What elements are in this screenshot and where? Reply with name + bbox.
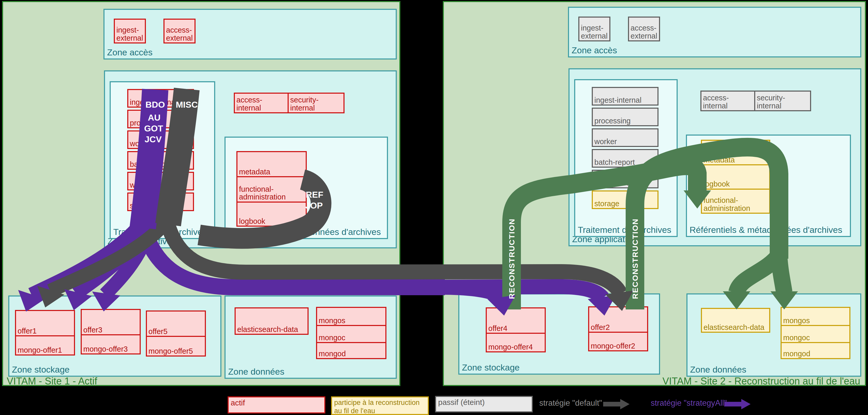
- box-label: mongos: [783, 317, 810, 324]
- box-label: access-internal: [703, 94, 753, 110]
- box-label: workspace: [594, 179, 630, 187]
- site2-offer2-stack: offer2 mongo-offer2: [588, 306, 648, 351]
- box-label: offer4: [488, 324, 507, 332]
- site1-box-security-internal: security-internal: [288, 93, 344, 113]
- box-label: mongo-offer5: [149, 347, 193, 355]
- zone-label: Zone données: [228, 366, 284, 377]
- site2-box-mongo-offer2: mongo-offer2: [589, 332, 647, 350]
- box-label: metadata: [239, 168, 270, 176]
- box-label: batch-report: [594, 158, 635, 166]
- site1-box-metadata: metadata: [238, 152, 306, 176]
- box-label: mongo-offer3: [83, 345, 128, 353]
- box-label: batch-report: [130, 160, 170, 168]
- site2-box-offer4: offer4: [487, 308, 545, 333]
- site1-mongo-stack: mongos mongoc mongod: [316, 307, 386, 359]
- site2-box-mongod: mongod: [782, 342, 849, 358]
- box-label: mongod: [783, 350, 810, 358]
- site1-box-workspace: workspace: [127, 172, 194, 190]
- strategy-default-arrow-icon: [603, 398, 630, 410]
- box-label: mongoc: [319, 334, 345, 342]
- vitam-architecture-diagram: Zone accès ingest-external access-extern…: [0, 0, 868, 415]
- box-label: workspace: [130, 181, 166, 189]
- box-label: security-internal: [290, 96, 342, 112]
- site1-referentiels-stack: metadata functional-administration logbo…: [237, 151, 307, 227]
- site2-box-storage: storage: [592, 190, 658, 209]
- box-label: ingest-internal: [130, 98, 177, 106]
- site1-box-ingest-internal: ingest-internal: [127, 89, 194, 108]
- legend-passif: passif (éteint): [435, 396, 533, 412]
- zone-label: Zone données: [690, 364, 746, 375]
- box-label: mongo-offer1: [18, 346, 62, 354]
- site2-box-elasticsearch-data: elasticsearch-data: [701, 308, 770, 333]
- site1-offer1-stack: offer1 mongo-offer1: [15, 310, 75, 355]
- box-label: offer1: [18, 327, 37, 335]
- box-label: ingest-internal: [594, 96, 642, 104]
- box-label: ingest-external: [116, 26, 143, 42]
- box-label: worker: [594, 138, 617, 145]
- box-label: access-internal: [237, 96, 286, 112]
- site1-box-functional-administration: functional-administration: [238, 176, 306, 201]
- zone-label: Traitement des archives: [113, 227, 207, 237]
- zone-label: Zone accès: [571, 45, 617, 55]
- legend-strategy-all-label: stratégie "strategyAll": [651, 398, 727, 408]
- site2-box-metadata: metadata: [702, 141, 769, 164]
- zone-label: Zone stockage: [462, 362, 520, 373]
- box-label: logbook: [704, 180, 730, 188]
- zone-label: Référentiels & métadonnées d'archives: [228, 227, 381, 237]
- box-label: elasticsearch-data: [704, 323, 764, 331]
- box-label: mongod: [319, 350, 346, 358]
- box-label: storage: [594, 200, 619, 208]
- site2-referentiels-stack: metadata logbook functional-administrati…: [701, 140, 770, 214]
- box-label: access-external: [166, 26, 193, 42]
- site1-box-ingest-external: ingest-external: [114, 19, 146, 43]
- strategy-all-arrow-icon: [724, 398, 751, 410]
- box-label: ingest-external: [581, 24, 608, 40]
- site2-box-functional-administration: functional-administration: [702, 188, 769, 213]
- site1-box-batch-report: batch-report: [127, 151, 194, 170]
- box-label: offer3: [83, 326, 102, 334]
- box-label: mongos: [319, 317, 345, 324]
- box-label: mongoc: [783, 334, 810, 342]
- legend-participe: participe à la reconstruction au fil de …: [331, 396, 429, 415]
- legend-label: actif: [231, 398, 245, 407]
- site1-box-worker: worker: [127, 130, 194, 149]
- box-label: processing: [130, 119, 166, 127]
- site2-box-ingest-external: ingest-external: [578, 17, 610, 41]
- legend-actif: actif: [227, 396, 326, 413]
- site1-panel: Zone accès ingest-external access-extern…: [2, 1, 400, 386]
- box-label: functional-administration: [704, 196, 768, 212]
- box-label: logbook: [239, 217, 266, 225]
- box-label: processing: [594, 117, 630, 125]
- site1-box-access-internal: access-internal: [234, 93, 289, 113]
- box-label: mongo-offer4: [488, 343, 533, 351]
- site2-box-access-internal: access-internal: [701, 91, 755, 111]
- site2-mongo-stack: mongos mongoc mongod: [781, 307, 850, 359]
- site1-zone-acces: Zone accès: [103, 9, 397, 60]
- zone-label: Traitement des archives: [578, 225, 672, 235]
- box-label: mongo-offer2: [591, 342, 635, 350]
- legend-strategy-default-label: stratégie "default": [539, 398, 602, 408]
- legend-label: au fil de l'eau: [334, 407, 375, 415]
- site1-box-offer5: offer5: [147, 312, 205, 336]
- box-label: storage: [130, 202, 155, 210]
- site2-box-logbook: logbook: [702, 164, 769, 188]
- box-label: offer2: [591, 323, 610, 331]
- site2-box-ingest-internal: ingest-internal: [592, 87, 658, 106]
- site1-box-mongo-offer5: mongo-offer5: [147, 336, 205, 355]
- box-label: offer5: [149, 328, 167, 335]
- site2-title: VITAM - Site 2 - Reconstruction au fil d…: [662, 376, 860, 387]
- site1-offer3-stack: offer3 mongo-offer3: [81, 309, 141, 354]
- site2-box-offer2: offer2: [589, 307, 647, 332]
- site1-box-storage: storage: [127, 192, 194, 211]
- site1-box-access-external: access-external: [163, 19, 195, 43]
- box-label: worker: [130, 140, 152, 147]
- site2-zone-acces: Zone accès: [568, 7, 861, 57]
- zone-label: Zone accès: [107, 47, 153, 57]
- box-label: security-internal: [757, 94, 808, 110]
- site1-box-offer1: offer1: [16, 311, 74, 335]
- site1-offer5-stack: offer5 mongo-offer5: [146, 310, 206, 357]
- site1-box-processing: processing: [127, 110, 194, 128]
- zone-label: Zone stockage: [12, 364, 69, 375]
- box-label: access-external: [630, 24, 657, 40]
- site1-box-mongos: mongos: [317, 308, 385, 325]
